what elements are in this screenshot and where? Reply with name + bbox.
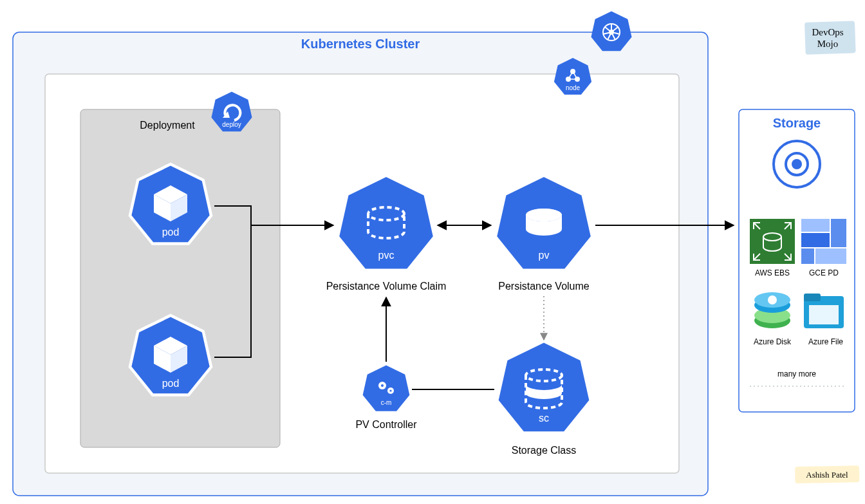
cm-caption: PV Controller (355, 419, 417, 430)
svg-rect-56 (805, 21, 856, 55)
brand-line2: Mojo (817, 39, 839, 49)
storage-more-label: many more (777, 369, 816, 378)
storage-title: Storage (773, 116, 821, 130)
svg-rect-55 (809, 305, 839, 324)
svg-rect-47 (801, 248, 814, 264)
sc-caption: Storage Class (512, 445, 577, 456)
svg-rect-44 (831, 219, 846, 247)
svg-rect-45 (801, 233, 830, 247)
azure-disk-icon (754, 292, 790, 328)
svg-point-35 (792, 159, 802, 169)
gce-pd-icon (801, 219, 846, 264)
deployment-box (80, 109, 280, 447)
svg-point-52 (768, 295, 777, 304)
svg-rect-46 (815, 248, 846, 264)
azure-file-icon (804, 294, 844, 328)
gce-pd-label: GCE PD (809, 268, 839, 277)
svg-point-27 (389, 389, 391, 391)
pvc-caption: Persistance Volume Claim (326, 281, 447, 292)
svg-point-22 (526, 209, 562, 221)
devops-mojo-badge: DevOps Mojo (805, 21, 856, 55)
svg-point-25 (381, 384, 384, 387)
azure-disk-label: Azure Disk (754, 337, 792, 346)
node-label: node (566, 84, 581, 91)
pod-1-label: pod (162, 227, 180, 238)
sc-label: sc (539, 413, 549, 424)
cluster-title: Kubernetes Cluster (301, 37, 420, 51)
aws-ebs-icon (750, 219, 795, 264)
pv-caption: Persistance Volume (498, 281, 590, 292)
author-badge: Ashish Patel (795, 465, 859, 483)
deployment-title: Deployment (140, 120, 195, 131)
deploy-badge-label: deploy (222, 121, 241, 128)
author-label: Ashish Patel (806, 470, 848, 480)
svg-rect-54 (804, 294, 821, 301)
aws-ebs-label: AWS EBS (755, 268, 790, 277)
azure-file-label: Azure File (808, 337, 843, 346)
cm-label: c-m (381, 399, 392, 406)
pv-label: pv (539, 250, 550, 261)
pvc-label: pvc (378, 250, 395, 261)
pod-2-label: pod (162, 378, 180, 389)
svg-rect-43 (801, 219, 830, 232)
brand-line1: DevOps (812, 27, 843, 37)
